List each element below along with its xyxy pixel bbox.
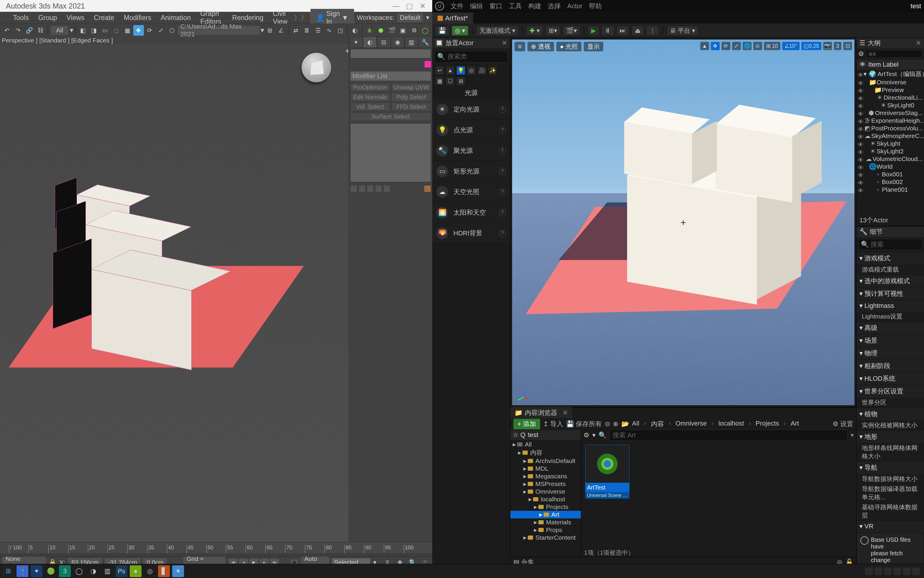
render-icon[interactable]: ◯ [420,25,430,36]
menu-modifiers[interactable]: Modifiers [120,13,156,23]
vp-surfsnap-icon[interactable]: ⊙ [753,42,762,50]
outliner-row[interactable]: 👁📁 Preview [856,86,924,94]
crumb[interactable]: 内容 [651,420,664,429]
light-item[interactable]: ☀定向光源? [432,99,510,120]
details-property[interactable]: 世界分区 [856,398,924,408]
timeline-tick[interactable]: 50 [206,545,226,554]
light-item[interactable]: 💡点光源? [432,120,510,140]
timeline-tick[interactable]: 55 [226,545,246,554]
move-icon[interactable]: ✥ [133,25,144,36]
save-icon[interactable]: 💾 [435,26,449,36]
tree-row[interactable]: ▸ Art [511,511,581,518]
vp-scalesnap[interactable]: ◱ 0.25 [801,42,822,50]
step-button[interactable]: ⏭ [616,26,629,36]
outliner-row[interactable]: 👁📁 Omniverse [856,78,924,86]
cat-geo-icon[interactable]: ▦ [435,77,444,86]
tab-create[interactable]: ✦ [349,37,363,48]
tree-row[interactable]: ▸ Props [511,526,581,534]
scale-icon[interactable]: ⤢ [156,25,166,36]
crumb[interactable]: Art [791,420,799,429]
stack-config-icon[interactable] [383,185,391,192]
outliner-row[interactable]: 👁☀ SkyLight2 [856,148,924,155]
link-icon[interactable]: 🔗 [24,25,34,36]
vp-show[interactable]: 显示 [584,42,603,51]
mod-surfaceselect[interactable]: Surface Select [350,112,431,121]
asnap-icon[interactable]: ∠ [276,25,287,36]
vp-rotsnap[interactable]: ∠ 10° [782,42,799,50]
place-actors-tab[interactable]: 🔲 放置Actor✕ [432,38,510,49]
vp-translate-icon[interactable]: ✥ [711,42,720,50]
details-search[interactable]: 🔍 搜索 [858,239,922,250]
tree-row[interactable]: ▸ All [511,441,581,448]
cb-saveall-button[interactable]: 💾 保存所有 [566,420,602,429]
tray-icon[interactable] [912,567,920,575]
vp-camspeed-icon[interactable]: 📷 [823,42,832,50]
browse-icon[interactable]: ◎ ▾ [452,26,468,36]
cat-basic-icon[interactable]: ▲ [446,66,455,75]
timeline-tick[interactable]: 65 [265,545,285,554]
usd-toast[interactable]: Base USD files have please fetch change [858,534,923,566]
mod-volselect[interactable]: Vol. Select [350,102,390,111]
ue-titlebar[interactable]: U 文件 编辑 窗口 工具 构建 选择 Actor 帮助 test [432,0,924,12]
vp-projection[interactable]: ⊕ 透视 [527,42,554,51]
details-tab[interactable]: 🔧 细节 [856,226,924,237]
light-item[interactable]: 🌅太阳和天空? [432,202,510,223]
cb-fwd-icon[interactable]: ⊕ [613,420,618,428]
cb-settings-button[interactable]: ⚙ 设置 [833,420,853,429]
tab-hierarchy[interactable]: ⊟ [377,37,391,48]
menu-group[interactable]: Group [34,13,61,23]
outliner-tab[interactable]: ☰ 大纲✕ [856,38,924,49]
rotate-icon[interactable]: ⟳ [144,25,155,36]
stack-pin-icon[interactable] [350,185,357,192]
unlink-icon[interactable]: ⛓ [35,25,46,36]
timeline-tick[interactable]: 80 [324,545,344,554]
stack-unique-icon[interactable] [367,185,374,192]
tray-icon[interactable] [874,567,882,575]
timeline-tick[interactable]: 90 [364,545,384,554]
details-section[interactable]: ▾ 游戏模式 [856,252,924,265]
platforms-button[interactable]: 🖥 平台 ▾ [666,26,699,36]
info-icon[interactable]: ? [499,106,506,113]
subobject-icon[interactable]: ▦ [122,25,133,36]
modifier-stack[interactable] [350,123,431,182]
selwindow-icon[interactable]: ◧ [78,25,88,36]
selpaint-icon[interactable]: ◌ [111,25,122,36]
details-property[interactable]: 导航数据块网格大小 [856,474,924,484]
timeline-tick[interactable]: 100 [404,545,423,554]
tree-row[interactable]: ▸ MSPresets [511,480,581,488]
viewport-labels[interactable]: Perspective ] [Standard ] [Edged Faces ] [0,37,349,44]
details-section[interactable]: ▾ 导航 [856,461,924,474]
cat-lights-icon[interactable]: 💡 [456,66,465,75]
ue-viewport[interactable]: + ≡ ⊕ 透视 ● 光照 显示 ▲ ✥ ⟳ ⤢ 🌐 ⊙ ⊞ 10 ∠ 10° … [512,39,854,405]
crumb[interactable]: Projects [755,420,779,429]
tb-chrome[interactable]: 🟢 [45,565,57,577]
object-name-field[interactable] [350,49,431,58]
outliner-row[interactable]: 👁▫ Box002 [856,178,924,186]
outliner-filter-icon[interactable]: ⚙ [858,50,864,58]
info-icon[interactable]: ? [499,230,506,237]
outliner-root[interactable]: 👁 ▾ 🌍 ArtTest（编辑器） [856,70,924,78]
menu-create[interactable]: Create [90,13,118,23]
tree-row[interactable]: ▸ Materials [511,518,581,526]
tree-row[interactable]: ▸ MDL [511,465,581,472]
asset-filter-icon[interactable]: ⚙ [584,432,589,439]
timeline-tick[interactable]: 15 [68,545,88,554]
blueprint-icon[interactable]: ⊞▾ [545,26,561,36]
actor-search[interactable]: 🔍 搜索类 [434,51,508,63]
vp-scale-icon[interactable]: ⤢ [732,42,741,50]
layers-icon[interactable]: ☰ [313,25,323,36]
tree-row[interactable]: ▸ 内容 [511,448,581,457]
tb-app1[interactable]: 📫 [16,565,28,577]
ue-menu-actor[interactable]: Actor [567,2,582,10]
omniverse-icon[interactable]: ⬣ [375,25,386,36]
info-icon[interactable]: ? [499,209,506,216]
vp-lit[interactable]: ● 光照 [556,42,581,51]
details-section[interactable]: ▾ 植物 [856,408,924,420]
vp-coords-icon[interactable]: 🌐 [743,42,752,50]
tb-ps[interactable]: Ps [115,565,127,577]
light-item[interactable]: 🔦聚光源? [432,140,510,161]
asset-arttest[interactable]: ArtTest Universal Scene Descr... [585,445,629,498]
tb-app5[interactable]: ◎ [144,565,156,577]
crumb[interactable]: Omniverse [676,420,707,429]
tb-omni[interactable]: ● [130,565,141,577]
